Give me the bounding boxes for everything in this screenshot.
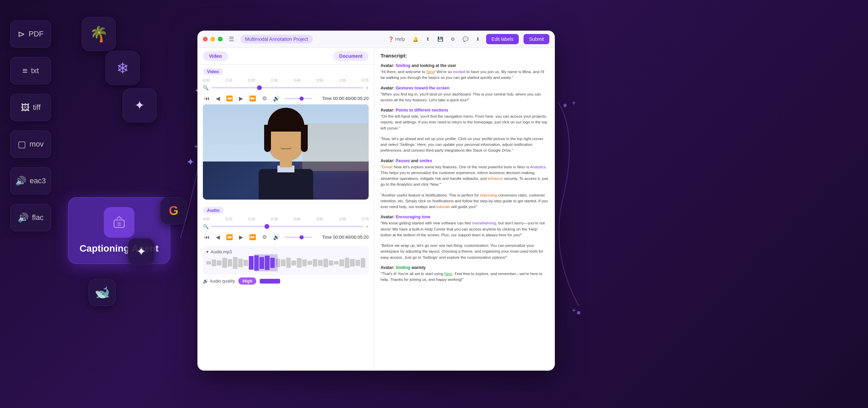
settings-ctrl-button[interactable]: ⚙ [261, 95, 268, 102]
audio-section: Audio 0:00 0:10 0:20 0:30 0:40 0:50 1:00… [197, 203, 374, 291]
audio-prev-button[interactable]: ◀ [214, 233, 221, 241]
openai-icon: ✦ [128, 238, 155, 265]
svg-point-3 [563, 104, 567, 107]
transcript-block-5: Avatar: Pauses and smiles "Great! Now le… [381, 158, 549, 188]
edit-labels-button[interactable]: Edit labels [486, 34, 519, 44]
audio-volume-button[interactable]: 🔊 [272, 233, 281, 241]
transcript-block-2: Avatar: Gestures toward the screen "When… [381, 86, 549, 103]
video-timeline-marks: 0:00 0:10 0:20 0:30 0:40 0:50 1:00 0:70 [203, 78, 369, 83]
main-window: ☰ Multimodal Annotation Project ❓ Help 🔔… [197, 31, 555, 371]
time-display: Time 00:00:40/00:05:20 [322, 96, 369, 101]
timeline-track[interactable] [211, 87, 363, 88]
palm-icon: 🌴 [82, 17, 116, 51]
agent-icon [104, 207, 134, 238]
step-back-button[interactable]: ⏪ [225, 95, 234, 102]
audio-quality-badge: High [238, 277, 256, 285]
waveform-highlight [254, 254, 278, 271]
flac-icon: 🔊 flac [10, 204, 51, 231]
txt-symbol: ≡ [22, 66, 28, 76]
tab-row: Video Document [197, 48, 374, 65]
audio-timeline[interactable]: 🔍 + [203, 222, 369, 231]
audio-volume-thumb[interactable] [300, 235, 304, 239]
audio-play-button[interactable]: ▶ [238, 233, 244, 241]
tiff-icon: 🖼 tiff [10, 94, 51, 121]
settings-button[interactable]: ⚙ [449, 35, 456, 44]
volume-thumb[interactable] [300, 97, 304, 101]
video-thumbnail [203, 104, 369, 200]
audio-timeline-marks: 0:00 0:10 0:20 0:30 0:40 0:50 1:00 0:70 [203, 217, 369, 222]
hamburger-button[interactable]: ☰ [227, 35, 236, 44]
submit-button[interactable]: Submit [524, 34, 549, 44]
audio-volume-track[interactable] [285, 237, 312, 238]
pdf-label: PDF [29, 30, 44, 38]
timeline-thumb[interactable] [257, 85, 262, 90]
flac-label: flac [32, 213, 44, 222]
mov-label: mov [30, 140, 44, 149]
share-icon: ⬆ [426, 36, 430, 42]
audio-zoom-in-icon[interactable]: + [366, 224, 369, 229]
window-dot-3 [218, 37, 223, 41]
transcript-speaker-2: Avatar: Gestures toward the screen [381, 86, 549, 90]
prev-button[interactable]: ◀ [214, 95, 221, 102]
help-label: Help [395, 36, 405, 42]
audio-skip-back-button[interactable]: ⏮ [203, 234, 211, 241]
transcript-text-4: "Now, let's go ahead and set up your pro… [381, 136, 549, 154]
audio-time-display: Time 00:00:40/00:05:20 [322, 235, 369, 240]
audio-timeline-thumb[interactable] [264, 224, 269, 229]
audio-settings-button[interactable]: ⚙ [261, 233, 268, 241]
volume-track[interactable] [285, 98, 312, 99]
video-person [203, 104, 369, 200]
chat-button[interactable]: 💬 [461, 35, 470, 44]
waveform-container: ▾ Audio.mp3 [203, 246, 369, 275]
pdf-icon: ⊳ PDF [10, 20, 51, 48]
download-button[interactable]: ⬇ [475, 35, 481, 44]
audio-filename-row: ▾ Audio.mp3 [206, 249, 365, 254]
google-icon: G [160, 197, 187, 224]
transcript-text-1: "Hi there, and welcome to Nino! We're so… [381, 69, 549, 81]
collapse-icon[interactable]: ▾ [206, 249, 209, 254]
chat-icon: 💬 [463, 36, 468, 42]
transcript-text-3: "On the left-hand side, you'll find the … [381, 114, 549, 131]
step-forward-button[interactable]: ⏩ [248, 95, 257, 102]
txt-label: txt [31, 66, 39, 75]
audio-zoom-out-icon[interactable]: 🔍 [203, 224, 209, 229]
flac-symbol: 🔊 [18, 213, 29, 223]
video-timeline[interactable]: 🔍 + [203, 83, 369, 92]
window-dot-1 [203, 37, 208, 41]
audio-step-forward-button[interactable]: ⏩ [248, 233, 257, 241]
save-icon: 💾 [437, 36, 443, 42]
zoom-in-icon[interactable]: + [366, 85, 369, 90]
audio-player-controls: ⏮ ◀ ⏪ ▶ ⏩ ⚙ 🔊 Time 00:00:40/00:05:20 [203, 231, 369, 243]
video-section: Video 0:00 0:10 0:20 0:30 0:40 0:50 1:00… [197, 65, 374, 203]
volume-icon: 🔊 [203, 278, 208, 284]
transcript-text-8: "Before we wrap up, let's go over one la… [381, 243, 549, 260]
play-button[interactable]: ▶ [238, 95, 244, 102]
tab-video[interactable]: Video [203, 51, 228, 61]
bell-button[interactable]: 🔔 [411, 35, 420, 44]
share-button[interactable]: ⬆ [424, 35, 431, 44]
save-button[interactable]: 💾 [436, 35, 445, 44]
eac3-icon: 🔊 eac3 [10, 167, 51, 194]
transcript-block-4: "Now, let's go ahead and set up your pro… [381, 136, 549, 154]
transcript-block-7: Avatar: Encouraging tone "We know gettin… [381, 215, 549, 238]
volume-button[interactable]: 🔊 [272, 95, 281, 102]
tab-document[interactable]: Document [333, 51, 369, 61]
skip-back-button[interactable]: ⏮ [203, 95, 211, 102]
eac3-symbol: 🔊 [15, 176, 26, 186]
help-icon: ❓ [388, 36, 394, 42]
bell-icon: 🔔 [413, 36, 418, 42]
audio-timeline-track[interactable] [211, 226, 363, 227]
transcript-title: Transcript: [381, 53, 549, 58]
help-button[interactable]: ❓ Help [387, 35, 406, 44]
zoom-out-icon[interactable]: 🔍 [203, 85, 209, 90]
transcript-text-7: "We know getting started with new softwa… [381, 220, 549, 238]
transcript-block-6: "Another useful feature is Notifications… [381, 192, 549, 210]
transcript-speaker-5: Avatar: Pauses and smiles [381, 158, 549, 163]
video-section-label: Video [203, 68, 223, 75]
left-file-icons: ⊳ PDF ≡ txt 🖼 tiff ▢ mov 🔊 eac3 🔊 flac [10, 20, 51, 231]
snowflake-icon: ❄ [106, 51, 140, 85]
audio-quality-row: 🔊 Audio quality High [203, 275, 369, 287]
transcript-speaker-1: Avatar: Smiling and looking at the user [381, 63, 549, 68]
transcript-text-6: "Another useful feature is Notifications… [381, 192, 549, 210]
audio-step-back-button[interactable]: ⏪ [225, 233, 234, 241]
